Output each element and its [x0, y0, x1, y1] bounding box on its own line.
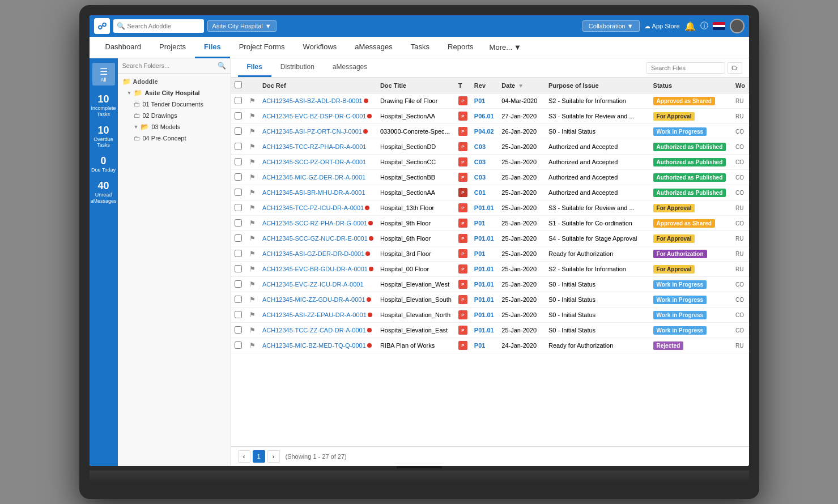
doc-ref-link[interactable]: ACH12345-EVC-ZZ-ICU-DR-A-0001	[262, 281, 364, 288]
row-checkbox-cell[interactable]	[231, 262, 246, 277]
folder-adoddle[interactable]: 📁 Adoddle	[118, 76, 231, 87]
help-icon[interactable]: ⓘ	[700, 21, 708, 31]
nav-files[interactable]: Files	[195, 37, 230, 58]
doc-ref-link[interactable]: ACH12345-MIC-GZ-DER-DR-A-0001	[262, 174, 365, 181]
doc-ref-link[interactable]: ACH12345-SCC-RZ-PHA-DR-G-0001	[262, 220, 367, 227]
doc-ref-link[interactable]: ACH12345-ASI-GZ-DER-DR-D-0001	[262, 250, 364, 257]
doc-ref-link[interactable]: ACH12345-ASI-BZ-ADL-DR-B-0001	[262, 97, 363, 104]
next-page-button[interactable]: ›	[267, 450, 280, 463]
row-checkbox[interactable]	[235, 204, 242, 211]
doc-ref-link[interactable]: ACH12345-ASI-BR-MHU-DR-A-0001	[262, 189, 365, 196]
project-selector[interactable]: Asite City Hospital ▼	[207, 20, 277, 32]
row-checkbox[interactable]	[235, 112, 242, 119]
doc-ref-link[interactable]: ACH12345-SCC-PZ-ORT-DR-A-0001	[262, 159, 366, 165]
tab-amessages[interactable]: aMessages	[324, 58, 376, 77]
row-checkbox-cell[interactable]	[231, 139, 246, 155]
folder-search-icon[interactable]: 🔍	[218, 62, 226, 70]
row-checkbox[interactable]	[235, 311, 242, 318]
row-checkbox[interactable]	[235, 219, 242, 227]
select-all-checkbox[interactable]	[235, 81, 242, 88]
col-rev[interactable]: Rev	[471, 78, 498, 93]
row-checkbox[interactable]	[235, 265, 242, 272]
tab-files[interactable]: Files	[238, 58, 271, 77]
sidebar-incomplete-tasks[interactable]: 10 IncompleteTasks	[91, 93, 116, 118]
notifications-icon[interactable]: 🔔	[684, 21, 696, 32]
row-checkbox-cell[interactable]	[231, 155, 246, 170]
row-checkbox-cell[interactable]	[231, 170, 246, 185]
row-checkbox-cell[interactable]	[231, 200, 246, 216]
row-checkbox-cell[interactable]	[231, 246, 246, 262]
row-checkbox-cell[interactable]	[231, 231, 246, 246]
row-checkbox-cell[interactable]	[231, 185, 246, 200]
file-search-input[interactable]	[646, 62, 725, 74]
col-status[interactable]: Status	[650, 78, 732, 93]
tab-distribution[interactable]: Distribution	[271, 58, 324, 77]
row-checkbox[interactable]	[235, 97, 242, 104]
doc-ref-link[interactable]: ACH12345-TCC-ZZ-CAD-DR-A-0001	[262, 327, 366, 334]
nav-project-forms[interactable]: Project Forms	[230, 37, 294, 58]
row-checkbox-cell[interactable]	[231, 124, 246, 139]
doc-ref-link[interactable]: ACH12345-ASI-ZZ-EPAU-DR-A-0001	[262, 311, 367, 318]
row-checkbox-cell[interactable]	[231, 277, 246, 292]
language-flag[interactable]	[713, 22, 725, 30]
sidebar-overdue-tasks[interactable]: 10 OverdueTasks	[93, 125, 113, 149]
folder-search-input[interactable]	[122, 62, 215, 69]
row-checkbox-cell[interactable]	[231, 338, 246, 353]
col-purpose[interactable]: Purpose of Issue	[545, 78, 650, 93]
create-button[interactable]: Cr	[728, 62, 742, 74]
row-checkbox[interactable]	[235, 234, 242, 242]
collaboration-button[interactable]: Collaboration ▼	[582, 20, 640, 32]
row-checkbox-cell[interactable]	[231, 109, 246, 124]
app-store-link[interactable]: ☁ App Store	[644, 23, 680, 30]
user-avatar[interactable]	[730, 19, 745, 33]
global-search-input[interactable]	[127, 23, 201, 29]
nav-workflows[interactable]: Workflows	[294, 37, 346, 58]
sidebar-all-button[interactable]: ☰ All	[92, 63, 115, 86]
doc-ref-link[interactable]: ACH12345-EVC-BR-GDU-DR-A-0001	[262, 266, 368, 272]
folder-drawings[interactable]: 🗀 02 Drawings	[118, 110, 231, 121]
row-checkbox-cell[interactable]	[231, 216, 246, 231]
row-checkbox[interactable]	[235, 158, 242, 165]
col-doc-ref[interactable]: Doc Ref	[259, 78, 377, 93]
row-checkbox-cell[interactable]	[231, 292, 246, 307]
global-search-box[interactable]: 🔍	[113, 19, 204, 33]
row-checkbox[interactable]	[235, 296, 242, 303]
doc-ref-link[interactable]: ACH12345-TCC-PZ-ICU-DR-A-0001	[262, 204, 364, 211]
folder-models[interactable]: ▼ 📂 03 Models	[118, 121, 231, 133]
page-1-button[interactable]: 1	[253, 450, 265, 463]
row-checkbox-cell[interactable]	[231, 307, 246, 323]
nav-dashboard[interactable]: Dashboard	[96, 37, 151, 58]
col-date[interactable]: Date ▼	[498, 78, 545, 93]
doc-ref-link[interactable]: ACH12345-ASI-PZ-ORT-CN-J-0001	[262, 128, 362, 135]
nav-tasks[interactable]: Tasks	[402, 37, 439, 58]
row-checkbox[interactable]	[235, 280, 242, 288]
row-checkbox[interactable]	[235, 341, 242, 349]
row-purpose-cell: S1 - Suitable for Co-ordination	[545, 216, 650, 231]
row-checkbox[interactable]	[235, 127, 242, 135]
doc-ref-link[interactable]: ACH12345-MIC-ZZ-GDU-DR-A-0001	[262, 296, 365, 303]
folder-pre-concept[interactable]: 🗀 04 Pre-Concept	[118, 133, 231, 144]
nav-projects[interactable]: Projects	[150, 37, 195, 58]
sidebar-due-today[interactable]: 0 Due Today	[91, 155, 116, 173]
doc-ref-link[interactable]: ACH12345-MIC-BZ-MED-TQ-Q-0001	[262, 342, 366, 349]
folder-asite-city-hospital[interactable]: ▼ 📁 Asite City Hospital	[118, 87, 231, 99]
sidebar-unread-amessages[interactable]: 40 UnreadaMessages	[90, 180, 116, 204]
row-checkbox[interactable]	[235, 326, 242, 334]
row-status-cell: For Approval	[650, 262, 732, 277]
col-doc-title[interactable]: Doc Title	[377, 78, 455, 93]
prev-page-button[interactable]: ‹	[238, 450, 250, 463]
row-checkbox[interactable]	[235, 250, 242, 257]
nav-amessages[interactable]: aMessages	[346, 37, 401, 58]
row-checkbox-cell[interactable]	[231, 93, 246, 109]
row-checkbox[interactable]	[235, 143, 242, 150]
row-checkbox[interactable]	[235, 173, 242, 181]
row-checkbox[interactable]	[235, 189, 242, 196]
nav-reports[interactable]: Reports	[439, 37, 483, 58]
doc-ref-link[interactable]: ACH12345-SCC-GZ-NUC-DR-E-0001	[262, 235, 368, 242]
logo[interactable]: ☍	[94, 18, 110, 34]
doc-ref-link[interactable]: ACH12345-TCC-RZ-PHA-DR-A-0001	[262, 143, 366, 150]
nav-more[interactable]: More... ▼	[483, 43, 528, 52]
folder-tender-documents[interactable]: 🗀 01 Tender Documents	[118, 99, 231, 110]
row-checkbox-cell[interactable]	[231, 323, 246, 338]
doc-ref-link[interactable]: ACH12345-EVC-BZ-DSP-DR-C-0001	[262, 113, 366, 119]
